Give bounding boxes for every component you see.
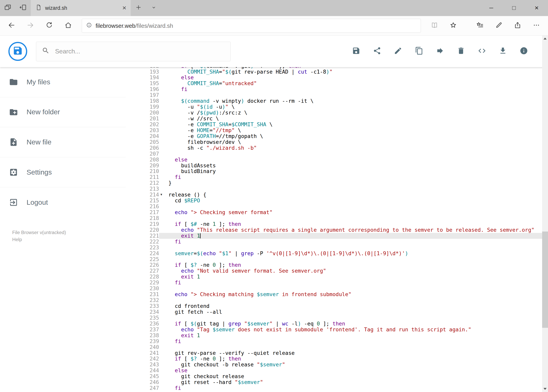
site-info-icon[interactable] — [86, 22, 92, 29]
share-page-button[interactable] — [508, 17, 527, 34]
scroll-down-button[interactable] — [542, 386, 548, 392]
code-line-205[interactable]: 205 filebrowser/dev \ — [140, 139, 542, 145]
code-line-242[interactable]: 242 if [ $? -ne 0 ]; then — [140, 356, 542, 362]
maximize-button[interactable] — [503, 0, 525, 16]
code-editor[interactable]: 192 if [ "$(command -v git)" != "" ]; th… — [140, 67, 542, 392]
code-line-217[interactable]: 217 echo "> Checking semver format" — [140, 210, 542, 215]
set-tabs-aside-button[interactable] — [15, 0, 31, 16]
code-line-230[interactable]: 230 — [140, 286, 542, 291]
code-line-195[interactable]: 195 COMMIT_SHA="untracked" — [140, 80, 542, 86]
code-line-225[interactable]: 225 — [140, 256, 542, 262]
code-line-216[interactable]: 216 — [140, 203, 542, 210]
code-line-215[interactable]: 215 cd $REPO — [140, 198, 542, 203]
code-line-246[interactable]: 246 git reset --hard "$semver" — [140, 379, 542, 385]
rename-button[interactable] — [394, 47, 402, 56]
code-line-209[interactable]: 209 buildAssets — [140, 163, 542, 168]
code-line-228[interactable]: 228 exit 1 — [140, 274, 542, 280]
copy-button[interactable] — [415, 47, 423, 56]
code-line-200[interactable]: 200 -v /$(pwd):/src:z \ — [140, 110, 542, 116]
help-link[interactable]: Help — [12, 236, 66, 243]
back-button[interactable] — [2, 17, 21, 34]
code-line-231[interactable]: 231 echo "> Checking matching $semver in… — [140, 291, 542, 297]
code-line-198[interactable]: 198 $(command -v winpty) docker run --rm… — [140, 98, 542, 104]
code-line-197[interactable]: 197 — [140, 92, 542, 98]
tab-close-button[interactable]: ✕ — [122, 6, 126, 11]
code-line-220[interactable]: 220 echo "This release script requires a… — [140, 227, 542, 233]
code-line-219[interactable]: 219 if [ $# -ne 1 ]; then — [140, 221, 542, 227]
code-line-196[interactable]: 196 fi — [140, 86, 542, 92]
minimize-button[interactable] — [480, 0, 503, 16]
code-line-232[interactable]: 232 — [140, 297, 542, 303]
code-line-193[interactable]: 193 COMMIT_SHA="$(git rev-parse HEAD | c… — [140, 69, 542, 75]
filebrowser-logo[interactable] — [8, 42, 27, 61]
code-line-240[interactable]: 240 — [140, 344, 542, 350]
code-line-212[interactable]: 212} — [140, 180, 542, 186]
reading-view-button[interactable] — [425, 17, 444, 34]
sidebar-item-logout[interactable]: Logout — [0, 187, 126, 217]
code-line-243[interactable]: 243 git checkout -b release "$semver" — [140, 362, 542, 368]
share-button[interactable] — [373, 47, 381, 56]
code-line-204[interactable]: 204 -e GOPATH=//tmp/gopath \ — [140, 133, 542, 139]
tab-wizard-sh[interactable]: wizard.sh ✕ — [31, 0, 131, 16]
code-line-202[interactable]: 202 -e COMMIT_SHA=$COMMIT_SHA \ — [140, 121, 542, 127]
move-button[interactable] — [436, 47, 444, 56]
code-line-244[interactable]: 244 else — [140, 368, 542, 373]
address-bar[interactable]: filebrowser.web/files/wizard.sh — [82, 19, 421, 33]
code-line-207[interactable]: 207 — [140, 151, 542, 157]
source-code-button[interactable] — [478, 47, 486, 56]
sidebar-item-new-file[interactable]: New file — [0, 127, 126, 157]
sidebar-item-my-files[interactable]: My files — [0, 67, 126, 97]
code-line-236[interactable]: 236 if [ $(git tag | grep "$semver" | wc… — [140, 321, 542, 327]
code-line-208[interactable]: 208 else — [140, 157, 542, 163]
code-line-221[interactable]: 221 exit 1 — [140, 233, 542, 239]
page-scrollbar[interactable] — [542, 36, 548, 392]
code-line-211[interactable]: 211 fi — [140, 174, 542, 180]
code-line-194[interactable]: 194 else — [140, 75, 542, 80]
code-line-226[interactable]: 226 if [ $? -ne 0 ]; then — [140, 262, 542, 268]
code-line-203[interactable]: 203 -e HOME="//tmp" \ — [140, 127, 542, 133]
home-button[interactable] — [59, 17, 77, 34]
code-line-224[interactable]: 224 semver=$(echo "$1" | grep -P '^v(0|[… — [140, 251, 542, 256]
delete-button[interactable] — [457, 47, 465, 56]
code-line-210[interactable]: 210 buildBinary — [140, 168, 542, 174]
code-line-218[interactable]: 218 — [140, 215, 542, 221]
info-button[interactable] — [520, 47, 528, 56]
code-line-237[interactable]: 237 echo "Tag $semver does not exist in … — [140, 327, 542, 333]
code-line-214[interactable]: 214▼release () { — [140, 192, 542, 198]
code-line-229[interactable]: 229 fi — [140, 280, 542, 286]
favorite-star-button[interactable] — [444, 17, 463, 34]
code-line-247[interactable]: 247 fi — [140, 385, 542, 391]
search-input[interactable] — [54, 47, 225, 55]
code-line-213[interactable]: 213 — [140, 186, 542, 192]
code-line-201[interactable]: 201 -w //src \ — [140, 116, 542, 121]
sidebar-item-settings[interactable]: Settings — [0, 157, 126, 188]
code-line-241[interactable]: 241 git rev-parse --verify --quiet relea… — [140, 350, 542, 356]
download-button[interactable] — [499, 47, 507, 56]
close-window-button[interactable]: ✕ — [525, 0, 548, 16]
code-line-239[interactable]: 239 fi — [140, 338, 542, 344]
code-line-222[interactable]: 222 fi — [140, 239, 542, 245]
code-line-233[interactable]: 233 cd frontend — [140, 303, 542, 309]
tab-preview-toggle[interactable] — [146, 0, 162, 16]
refresh-button[interactable] — [40, 17, 59, 34]
hub-favorites-button[interactable] — [471, 17, 489, 34]
web-note-button[interactable] — [489, 17, 508, 34]
new-tab-button[interactable] — [131, 0, 146, 16]
scroll-up-button[interactable] — [542, 36, 548, 42]
search-box[interactable] — [36, 42, 231, 61]
fold-marker-icon[interactable]: ▼ — [159, 192, 168, 198]
code-line-206[interactable]: 206 sh -c "./wizard.sh -b" — [140, 145, 542, 151]
save-button[interactable] — [352, 47, 360, 56]
code-line-235[interactable]: 235 — [140, 315, 542, 321]
code-line-227[interactable]: 227 echo "Not valid semver format. See s… — [140, 268, 542, 274]
forward-button[interactable] — [21, 17, 40, 34]
code-line-234[interactable]: 234 git fetch --all — [140, 309, 542, 315]
code-line-223[interactable]: 223 — [140, 245, 542, 251]
code-line-238[interactable]: 238 exit 1 — [140, 333, 542, 338]
scrollbar-thumb[interactable] — [542, 231, 548, 328]
code-line-245[interactable]: 245 git checkout release — [140, 373, 542, 379]
sidebar-item-new-folder[interactable]: New folder — [0, 97, 126, 127]
tabs-preview-button[interactable] — [0, 0, 15, 16]
browser-menu-button[interactable] — [527, 17, 546, 34]
code-line-199[interactable]: 199 -u "$(id -u)" \ — [140, 104, 542, 110]
